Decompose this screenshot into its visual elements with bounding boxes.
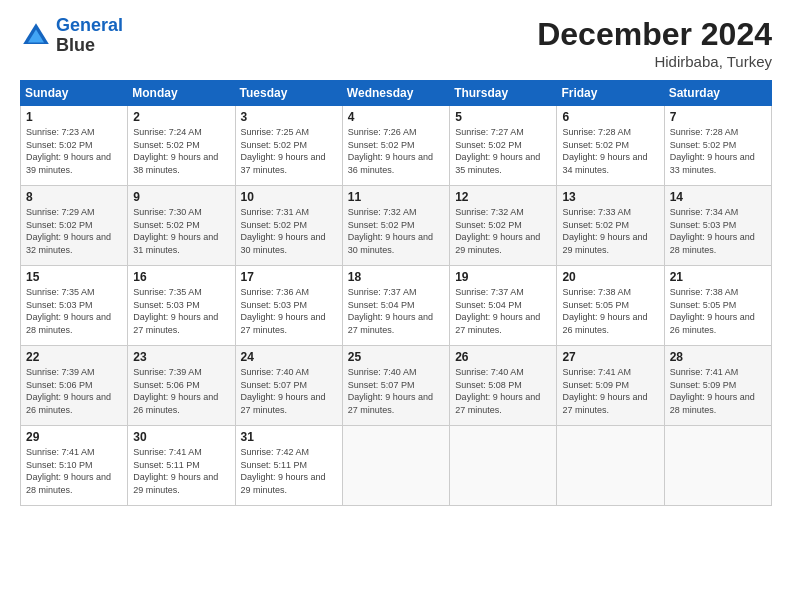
day-info: Sunrise: 7:41 AMSunset: 5:09 PMDaylight:… [670, 366, 766, 416]
calendar-cell [450, 426, 557, 506]
weekday-header-row: SundayMondayTuesdayWednesdayThursdayFrid… [21, 81, 772, 106]
day-info: Sunrise: 7:40 AMSunset: 5:08 PMDaylight:… [455, 366, 551, 416]
calendar-cell: 6Sunrise: 7:28 AMSunset: 5:02 PMDaylight… [557, 106, 664, 186]
calendar-cell: 16Sunrise: 7:35 AMSunset: 5:03 PMDayligh… [128, 266, 235, 346]
day-number: 8 [26, 190, 122, 204]
header: General Blue December 2024 Hidirbaba, Tu… [20, 16, 772, 70]
calendar-cell: 7Sunrise: 7:28 AMSunset: 5:02 PMDaylight… [664, 106, 771, 186]
calendar-cell: 31Sunrise: 7:42 AMSunset: 5:11 PMDayligh… [235, 426, 342, 506]
day-info: Sunrise: 7:38 AMSunset: 5:05 PMDaylight:… [670, 286, 766, 336]
calendar-cell: 21Sunrise: 7:38 AMSunset: 5:05 PMDayligh… [664, 266, 771, 346]
day-info: Sunrise: 7:31 AMSunset: 5:02 PMDaylight:… [241, 206, 337, 256]
day-info: Sunrise: 7:41 AMSunset: 5:10 PMDaylight:… [26, 446, 122, 496]
day-number: 26 [455, 350, 551, 364]
day-info: Sunrise: 7:41 AMSunset: 5:11 PMDaylight:… [133, 446, 229, 496]
calendar-cell: 15Sunrise: 7:35 AMSunset: 5:03 PMDayligh… [21, 266, 128, 346]
calendar-cell [664, 426, 771, 506]
weekday-header: Wednesday [342, 81, 449, 106]
calendar-cell: 29Sunrise: 7:41 AMSunset: 5:10 PMDayligh… [21, 426, 128, 506]
logo: General Blue [20, 16, 123, 56]
calendar-cell: 4Sunrise: 7:26 AMSunset: 5:02 PMDaylight… [342, 106, 449, 186]
calendar-cell: 28Sunrise: 7:41 AMSunset: 5:09 PMDayligh… [664, 346, 771, 426]
calendar-cell: 22Sunrise: 7:39 AMSunset: 5:06 PMDayligh… [21, 346, 128, 426]
calendar-cell: 27Sunrise: 7:41 AMSunset: 5:09 PMDayligh… [557, 346, 664, 426]
weekday-header: Sunday [21, 81, 128, 106]
day-number: 30 [133, 430, 229, 444]
calendar-cell: 17Sunrise: 7:36 AMSunset: 5:03 PMDayligh… [235, 266, 342, 346]
day-info: Sunrise: 7:36 AMSunset: 5:03 PMDaylight:… [241, 286, 337, 336]
location: Hidirbaba, Turkey [537, 53, 772, 70]
calendar-cell: 23Sunrise: 7:39 AMSunset: 5:06 PMDayligh… [128, 346, 235, 426]
day-info: Sunrise: 7:32 AMSunset: 5:02 PMDaylight:… [455, 206, 551, 256]
day-number: 17 [241, 270, 337, 284]
day-info: Sunrise: 7:40 AMSunset: 5:07 PMDaylight:… [241, 366, 337, 416]
day-info: Sunrise: 7:39 AMSunset: 5:06 PMDaylight:… [26, 366, 122, 416]
calendar-cell: 9Sunrise: 7:30 AMSunset: 5:02 PMDaylight… [128, 186, 235, 266]
day-info: Sunrise: 7:35 AMSunset: 5:03 PMDaylight:… [26, 286, 122, 336]
day-number: 18 [348, 270, 444, 284]
day-number: 12 [455, 190, 551, 204]
calendar-cell: 25Sunrise: 7:40 AMSunset: 5:07 PMDayligh… [342, 346, 449, 426]
day-info: Sunrise: 7:27 AMSunset: 5:02 PMDaylight:… [455, 126, 551, 176]
calendar-cell: 3Sunrise: 7:25 AMSunset: 5:02 PMDaylight… [235, 106, 342, 186]
calendar-cell: 11Sunrise: 7:32 AMSunset: 5:02 PMDayligh… [342, 186, 449, 266]
weekday-header: Monday [128, 81, 235, 106]
calendar-week-row: 1Sunrise: 7:23 AMSunset: 5:02 PMDaylight… [21, 106, 772, 186]
day-info: Sunrise: 7:28 AMSunset: 5:02 PMDaylight:… [562, 126, 658, 176]
day-info: Sunrise: 7:35 AMSunset: 5:03 PMDaylight:… [133, 286, 229, 336]
calendar-week-row: 22Sunrise: 7:39 AMSunset: 5:06 PMDayligh… [21, 346, 772, 426]
day-info: Sunrise: 7:34 AMSunset: 5:03 PMDaylight:… [670, 206, 766, 256]
day-number: 7 [670, 110, 766, 124]
day-info: Sunrise: 7:28 AMSunset: 5:02 PMDaylight:… [670, 126, 766, 176]
weekday-header: Friday [557, 81, 664, 106]
day-info: Sunrise: 7:33 AMSunset: 5:02 PMDaylight:… [562, 206, 658, 256]
calendar-cell: 26Sunrise: 7:40 AMSunset: 5:08 PMDayligh… [450, 346, 557, 426]
day-number: 24 [241, 350, 337, 364]
day-number: 15 [26, 270, 122, 284]
day-info: Sunrise: 7:29 AMSunset: 5:02 PMDaylight:… [26, 206, 122, 256]
day-info: Sunrise: 7:32 AMSunset: 5:02 PMDaylight:… [348, 206, 444, 256]
calendar-cell: 2Sunrise: 7:24 AMSunset: 5:02 PMDaylight… [128, 106, 235, 186]
logo-icon [20, 20, 52, 52]
day-number: 9 [133, 190, 229, 204]
day-number: 27 [562, 350, 658, 364]
day-number: 28 [670, 350, 766, 364]
calendar-cell: 20Sunrise: 7:38 AMSunset: 5:05 PMDayligh… [557, 266, 664, 346]
logo-line1: General [56, 15, 123, 35]
day-info: Sunrise: 7:38 AMSunset: 5:05 PMDaylight:… [562, 286, 658, 336]
logo-text: General Blue [56, 16, 123, 56]
calendar-week-row: 15Sunrise: 7:35 AMSunset: 5:03 PMDayligh… [21, 266, 772, 346]
day-number: 3 [241, 110, 337, 124]
day-number: 29 [26, 430, 122, 444]
day-number: 25 [348, 350, 444, 364]
logo-line2: Blue [56, 36, 123, 56]
day-number: 4 [348, 110, 444, 124]
calendar-cell: 10Sunrise: 7:31 AMSunset: 5:02 PMDayligh… [235, 186, 342, 266]
calendar-cell: 30Sunrise: 7:41 AMSunset: 5:11 PMDayligh… [128, 426, 235, 506]
day-info: Sunrise: 7:37 AMSunset: 5:04 PMDaylight:… [455, 286, 551, 336]
day-number: 1 [26, 110, 122, 124]
page: General Blue December 2024 Hidirbaba, Tu… [0, 0, 792, 612]
calendar-week-row: 29Sunrise: 7:41 AMSunset: 5:10 PMDayligh… [21, 426, 772, 506]
title-block: December 2024 Hidirbaba, Turkey [537, 16, 772, 70]
day-info: Sunrise: 7:40 AMSunset: 5:07 PMDaylight:… [348, 366, 444, 416]
calendar-cell: 1Sunrise: 7:23 AMSunset: 5:02 PMDaylight… [21, 106, 128, 186]
weekday-header: Saturday [664, 81, 771, 106]
day-number: 11 [348, 190, 444, 204]
day-number: 10 [241, 190, 337, 204]
weekday-header: Thursday [450, 81, 557, 106]
day-info: Sunrise: 7:39 AMSunset: 5:06 PMDaylight:… [133, 366, 229, 416]
day-number: 31 [241, 430, 337, 444]
day-number: 2 [133, 110, 229, 124]
day-number: 21 [670, 270, 766, 284]
day-number: 23 [133, 350, 229, 364]
calendar-cell: 19Sunrise: 7:37 AMSunset: 5:04 PMDayligh… [450, 266, 557, 346]
calendar-week-row: 8Sunrise: 7:29 AMSunset: 5:02 PMDaylight… [21, 186, 772, 266]
calendar-cell: 14Sunrise: 7:34 AMSunset: 5:03 PMDayligh… [664, 186, 771, 266]
day-number: 19 [455, 270, 551, 284]
calendar-cell [342, 426, 449, 506]
day-info: Sunrise: 7:41 AMSunset: 5:09 PMDaylight:… [562, 366, 658, 416]
day-number: 14 [670, 190, 766, 204]
day-number: 20 [562, 270, 658, 284]
calendar-cell: 18Sunrise: 7:37 AMSunset: 5:04 PMDayligh… [342, 266, 449, 346]
